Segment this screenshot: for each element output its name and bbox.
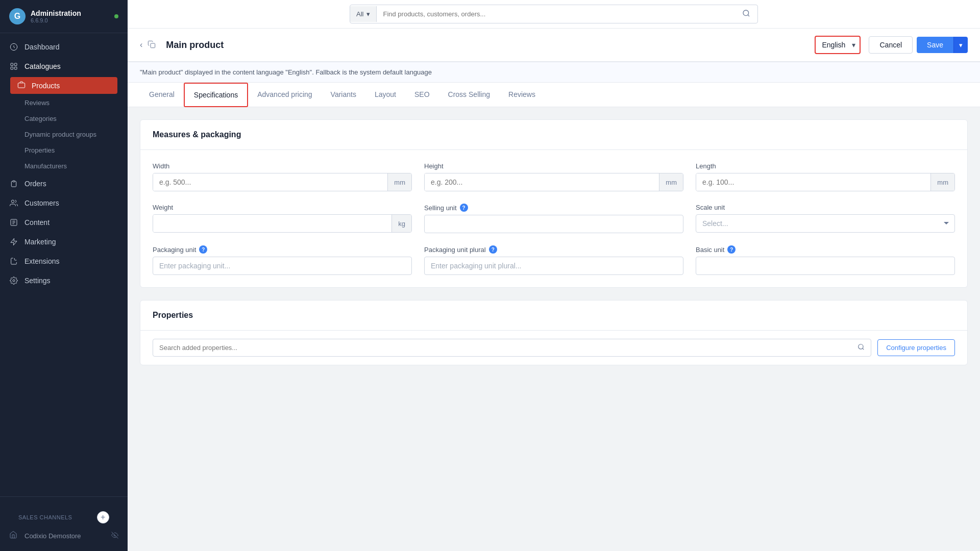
packaging-unit-input[interactable] [153,257,412,275]
sidebar-item-content[interactable]: Content [0,213,128,232]
tab-reviews[interactable]: Reviews [499,83,545,107]
packaging-unit-help-icon[interactable]: ? [199,245,207,254]
packaging-unit-plural-input[interactable] [424,257,683,275]
sidebar-item-orders[interactable]: Orders [0,174,128,193]
width-input[interactable] [153,173,387,191]
tab-general[interactable]: General [140,83,184,107]
height-input[interactable] [425,173,659,191]
products-icon [17,81,26,90]
length-input[interactable] [696,173,930,191]
save-button[interactable]: Save [917,37,953,53]
sidebar-bottom: Sales Channels + Codixio Demostore [0,496,128,551]
weight-unit: kg [391,215,411,232]
dashboard-icon [9,42,18,52]
sidebar-item-label: Customers [24,199,59,207]
language-select[interactable]: English German French [816,37,862,53]
filter-chevron-icon: ▾ [366,10,370,18]
search-button[interactable] [735,5,757,23]
selling-unit-label: Selling unit ? [424,204,683,212]
svg-rect-1 [11,63,13,66]
sidebar-item-reviews[interactable]: Reviews [0,95,128,111]
svg-rect-4 [14,67,17,69]
sales-channels-title: Sales Channels + [9,503,118,527]
height-field-group: Height mm [424,162,683,191]
svg-rect-3 [11,67,13,69]
sidebar-item-categories[interactable]: Categories [0,111,128,127]
height-unit: mm [659,173,683,191]
measures-form: Width mm Height mm Length [140,150,967,287]
language-selector[interactable]: English German French ▾ [815,36,861,54]
height-input-group: mm [424,173,683,191]
sidebar-item-catalogues[interactable]: Catalogues [0,57,128,76]
brand-name: Administration [31,9,81,17]
width-field-group: Width mm [153,162,412,191]
tab-seo[interactable]: SEO [405,83,439,107]
content-area: Measures & packaging Width mm Height mm [128,107,980,551]
tab-advanced-pricing[interactable]: Advanced pricing [248,83,321,107]
properties-search-input[interactable] [159,344,857,352]
packaging-unit-label: Packaging unit ? [153,245,412,254]
svg-point-14 [859,344,863,349]
packaging-unit-plural-help-icon[interactable]: ? [489,245,497,254]
sidebar-item-products[interactable]: Products [10,77,117,94]
orders-icon [9,179,18,188]
sidebar-brand: Administration 6.6.9.0 [31,9,81,23]
sidebar-item-settings[interactable]: Settings [0,271,128,290]
width-label: Width [153,162,412,170]
store-visibility-icon[interactable] [111,532,118,540]
search-container: All ▾ [350,5,758,23]
length-field-group: Length mm [696,162,955,191]
tab-layout[interactable]: Layout [365,83,405,107]
save-dropdown-button[interactable]: ▾ [953,37,968,53]
basic-unit-help-icon[interactable]: ? [727,245,736,254]
tab-variants[interactable]: Variants [322,83,365,107]
copy-button[interactable] [148,40,156,50]
sidebar-item-customers[interactable]: Customers [0,193,128,213]
marketing-icon [9,237,18,246]
packaging-unit-plural-label: Packaging unit plural ? [424,245,683,254]
sidebar-item-label: Dashboard [24,43,60,51]
svg-point-6 [11,200,14,203]
sidebar-item-label: Content [24,218,50,227]
packaging-unit-field-group: Packaging unit ? [153,245,412,275]
properties-search-icon [857,343,865,352]
sidebar-item-dynamic-product-groups[interactable]: Dynamic product groups [0,127,128,142]
sidebar-item-label: Catalogues [24,62,61,70]
filter-label: All [356,10,363,18]
sidebar-item-store[interactable]: Codixio Demostore [9,527,118,545]
configure-properties-button[interactable]: Configure properties [877,339,955,356]
svg-rect-13 [151,43,155,48]
sidebar-item-manufacturers[interactable]: Manufacturers [0,158,128,174]
sidebar-item-dashboard[interactable]: Dashboard [0,37,128,57]
tab-cross-selling[interactable]: Cross Selling [439,83,499,107]
weight-field-group: Weight 0.17 kg [153,204,412,233]
content-header: ‹ Main product English German French ▾ C… [128,29,980,62]
topbar: All ▾ [128,0,980,29]
svg-rect-5 [13,181,15,182]
search-filter-dropdown[interactable]: All ▾ [350,6,377,22]
svg-point-11 [743,10,749,16]
cancel-button[interactable]: Cancel [869,36,913,54]
selling-unit-help-icon[interactable]: ? [460,204,468,212]
svg-rect-2 [14,63,17,66]
selling-unit-field-group: Selling unit ? 1 [424,204,683,233]
sidebar: G Administration 6.6.9.0 Dashboard Catal… [0,0,128,551]
add-sales-channel-button[interactable]: + [97,511,109,523]
basic-unit-label: Basic unit ? [696,245,955,254]
selling-unit-input[interactable]: 1 [424,215,683,233]
search-input[interactable] [383,10,729,18]
tabs: General Specifications Advanced pricing … [128,83,980,107]
sidebar-item-extensions[interactable]: Extensions [0,252,128,271]
scale-unit-select[interactable]: Select... [696,214,955,233]
content-icon [9,218,18,227]
sidebar-header: G Administration 6.6.9.0 [0,0,128,33]
back-button[interactable]: ‹ [140,40,142,49]
sidebar-item-marketing[interactable]: Marketing [0,232,128,252]
weight-input[interactable]: 0.17 [153,215,391,232]
sidebar-item-properties[interactable]: Properties [0,142,128,158]
tab-specifications[interactable]: Specifications [184,83,248,107]
app-logo: G [9,8,26,24]
main-content: All ▾ ‹ Main product English German Fren… [128,0,980,551]
basic-unit-input[interactable]: 1 [696,257,955,275]
weight-label: Weight [153,204,412,211]
